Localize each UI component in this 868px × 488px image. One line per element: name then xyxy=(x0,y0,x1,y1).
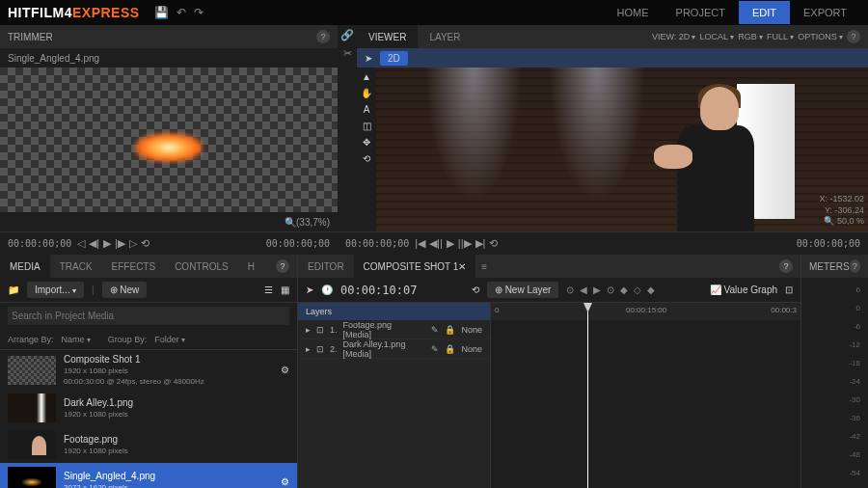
nav-export[interactable]: EXPORT xyxy=(790,1,860,24)
tab-controls[interactable]: CONTROLS xyxy=(165,255,238,278)
tab-effects[interactable]: EFFECTS xyxy=(102,255,166,278)
trimmer-panel: TRIMMER ? Single_Angled_4.png 🔍 (33,7%) xyxy=(0,25,338,231)
layer-row[interactable]: ▸⊡ 2. Dark Alley.1.png [Media] ✎ 🔒 None xyxy=(298,339,490,359)
media-item-alley[interactable]: Dark Alley.1.png 1920 x 1080 pixels xyxy=(0,390,297,426)
media-search-input[interactable] xyxy=(8,307,289,325)
sync-icon[interactable]: ⟲ xyxy=(472,285,479,295)
nav-prev-icon[interactable]: ◀ xyxy=(580,285,587,295)
nav-end-icon[interactable]: ⊙ xyxy=(607,285,614,295)
view-mode-dropdown[interactable]: VIEW: 2D xyxy=(652,32,696,41)
edit-icon[interactable]: ✎ xyxy=(431,325,439,335)
import-button[interactable]: Import... xyxy=(27,282,84,298)
loop-icon[interactable]: ⟲ xyxy=(141,237,149,250)
prev-frame-icon[interactable]: ◀|| xyxy=(429,237,443,250)
prev-frame-icon[interactable]: ◀| xyxy=(89,237,99,250)
nav-edit[interactable]: EDIT xyxy=(739,1,790,24)
text-icon[interactable]: A xyxy=(364,104,370,115)
nav-start-icon[interactable]: ⊙ xyxy=(566,285,574,295)
viewer-canvas[interactable]: X: -1532.02 Y: -306.24 🔍 50,0 % xyxy=(376,68,868,231)
tab-media[interactable]: MEDIA xyxy=(0,255,50,278)
arrange-dropdown[interactable]: Name xyxy=(62,335,91,344)
go-start-icon[interactable]: |◀ xyxy=(415,237,425,250)
lock-icon[interactable]: 🔒 xyxy=(445,344,455,354)
media-item-comp[interactable]: Composite Shot 1 1920 x 1080 pixels 00:0… xyxy=(0,350,297,390)
edit-icon[interactable]: ✎ xyxy=(431,344,439,354)
full-dropdown[interactable]: FULL xyxy=(767,32,794,41)
media-item-flash[interactable]: Single_Angled_4.png 3072 x 1620 pixels ⚙ xyxy=(0,463,297,488)
help-icon[interactable]: ? xyxy=(847,30,860,43)
playhead[interactable] xyxy=(587,303,588,488)
viewer-panel: VIEWER LAYER VIEW: 2D LOCAL RGB FULL OPT… xyxy=(357,25,868,231)
list-view-icon[interactable]: ☰ xyxy=(264,285,273,295)
visibility-icon[interactable]: ⊡ xyxy=(316,344,324,354)
tab-history[interactable]: H xyxy=(238,255,264,278)
timeline-timecode[interactable]: 00:00:10:07 xyxy=(340,284,417,297)
tab-track[interactable]: TRACK xyxy=(50,255,102,278)
lock-icon[interactable]: 🔒 xyxy=(445,325,455,335)
select-icon[interactable]: ▲ xyxy=(362,71,371,82)
gear-icon[interactable]: ⚙ xyxy=(281,476,289,487)
loop-icon[interactable]: ⟲ xyxy=(489,237,498,250)
gear-icon[interactable]: ⚙ xyxy=(281,365,289,375)
trimmer-canvas[interactable] xyxy=(0,68,338,212)
thumbnail xyxy=(8,467,56,488)
key-prev-icon[interactable]: ◆ xyxy=(620,285,628,295)
media-item-footage[interactable]: Footage.png 1920 x 1080 pixels xyxy=(0,426,297,463)
grid-view-icon[interactable]: ▦ xyxy=(281,285,289,295)
rotate-icon[interactable]: ⟲ xyxy=(363,153,370,164)
key-add-icon[interactable]: ◇ xyxy=(634,285,641,295)
zoom-icon[interactable]: 🔍 xyxy=(285,217,296,228)
timeline-ruler[interactable]: 0 00:00:15:00 00:00:3 xyxy=(491,303,800,320)
help-icon[interactable]: ? xyxy=(316,30,330,43)
next-frame-icon[interactable]: |▶ xyxy=(115,237,125,250)
pointer-icon[interactable]: ➤ xyxy=(306,285,313,295)
thumbnail xyxy=(8,356,56,385)
main-nav: HOME PROJECT EDIT EXPORT xyxy=(604,1,860,24)
help-icon[interactable]: ? xyxy=(276,259,289,273)
redo-icon[interactable]: ↷ xyxy=(194,6,203,19)
value-graph-button[interactable]: 📈 Value Graph xyxy=(710,285,777,295)
group-dropdown[interactable]: Folder xyxy=(154,335,185,344)
local-dropdown[interactable]: LOCAL xyxy=(700,32,735,41)
in-point-icon[interactable]: ◁ xyxy=(77,237,85,250)
link-icon[interactable]: 🔗 xyxy=(340,29,354,41)
play-icon[interactable]: ▶ xyxy=(447,237,454,250)
viewer-mode-badge[interactable]: 2D xyxy=(380,51,408,66)
key-next-icon[interactable]: ◆ xyxy=(647,285,655,295)
timeline-tracks[interactable]: 0 00:00:15:00 00:00:3 xyxy=(491,303,800,488)
next-frame-icon[interactable]: ||▶ xyxy=(458,237,472,250)
undo-icon[interactable]: ↶ xyxy=(176,6,186,19)
nav-project[interactable]: PROJECT xyxy=(663,1,739,24)
out-point-icon[interactable]: ▷ xyxy=(129,237,137,250)
help-icon[interactable]: ? xyxy=(779,259,793,273)
move-icon[interactable]: ✥ xyxy=(363,137,370,148)
meters-panel: METERS ? 6 0 -6 -12 -18 -24 -30 -36 -42 … xyxy=(800,255,868,488)
nav-home[interactable]: HOME xyxy=(604,1,663,24)
tab-layer[interactable]: LAYER xyxy=(418,25,472,48)
crop-icon[interactable]: ◫ xyxy=(363,121,371,131)
options-dropdown[interactable]: OPTIONS xyxy=(798,32,843,41)
rgb-dropdown[interactable]: RGB xyxy=(738,32,763,41)
help-icon[interactable]: ? xyxy=(850,259,860,273)
media-panel: MEDIA TRACK EFFECTS CONTROLS H ? 📁 Impor… xyxy=(0,255,297,488)
hand-icon[interactable]: ✋ xyxy=(361,88,372,98)
pointer-icon[interactable]: ➤ xyxy=(365,53,372,64)
scissors-icon[interactable]: ✂ xyxy=(343,47,352,60)
save-icon[interactable]: 💾 xyxy=(154,6,169,19)
new-layer-button[interactable]: ⊕ New Layer xyxy=(487,282,559,298)
layer-row[interactable]: ▸⊡ 1. Footage.png [Media] ✎ 🔒 None xyxy=(298,320,490,339)
visibility-icon[interactable]: ⊡ xyxy=(316,325,324,335)
new-button[interactable]: ⊕ New xyxy=(102,282,148,298)
tab-viewer[interactable]: VIEWER xyxy=(357,25,418,48)
play-icon[interactable]: ▶ xyxy=(103,237,111,250)
folder-icon[interactable]: 📁 xyxy=(8,285,19,295)
trimmer-zoom[interactable]: (33,7%) xyxy=(296,217,330,228)
layers-list: Layers ▸⊡ 1. Footage.png [Media] ✎ 🔒 Non… xyxy=(298,303,491,488)
tab-editor[interactable]: EDITOR xyxy=(298,255,354,278)
viewer-tc-right: 00:00:00;00 xyxy=(797,238,860,249)
tab-menu-icon[interactable]: ≡ xyxy=(475,261,493,272)
go-end-icon[interactable]: ▶| xyxy=(475,237,486,250)
nav-next-icon[interactable]: ▶ xyxy=(593,285,601,295)
graph-icon[interactable]: ⊡ xyxy=(785,285,793,295)
tab-composite[interactable]: COMPOSITE SHOT 1 ✕ xyxy=(354,255,476,278)
